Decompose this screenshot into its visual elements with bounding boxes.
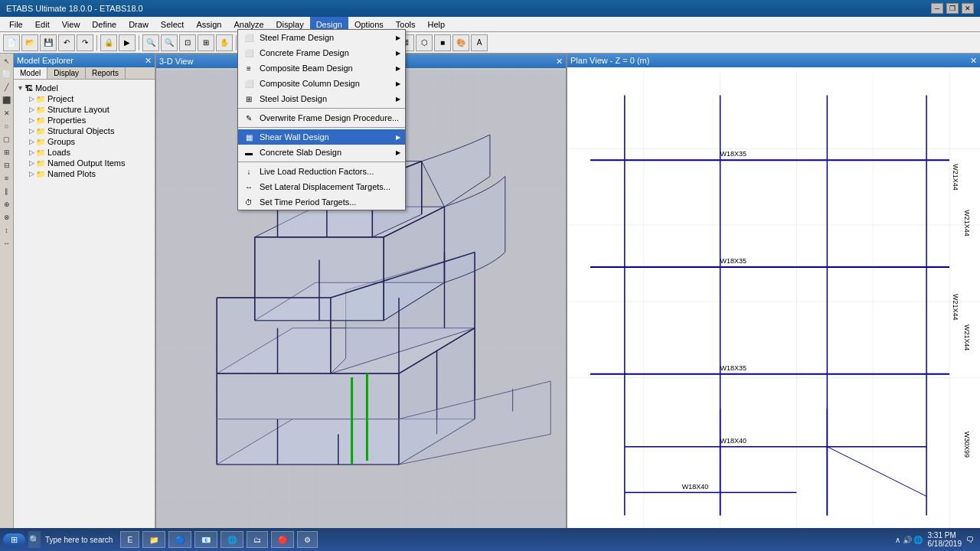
menu-lateral-displacement[interactable]: ↔ Set Lateral Displacement Targets...	[238, 179, 405, 194]
taskbar-app-2[interactable]: 📁	[142, 531, 165, 548]
tab-reports[interactable]: Reports	[86, 67, 126, 79]
taskbar-app-7[interactable]: 🔴	[271, 531, 294, 548]
toolbar-save[interactable]: 💾	[40, 34, 57, 51]
tree-project[interactable]: ▷ 📁 Project	[14, 93, 155, 104]
tool-3[interactable]: ⬛	[1, 94, 13, 106]
tab-display[interactable]: Display	[47, 67, 86, 79]
taskbar-etabs[interactable]: E	[120, 531, 139, 548]
toolbar-open[interactable]: 📂	[21, 34, 38, 51]
toolbar-lock[interactable]: 🔒	[100, 34, 117, 51]
menu-select[interactable]: Select	[155, 17, 191, 32]
tool-8[interactable]: ⊟	[1, 159, 13, 171]
tree-model[interactable]: ▼ 🏗 Model	[14, 83, 155, 93]
search-box[interactable]: Type here to search	[41, 536, 117, 544]
windows-taskbar: ⊞ 🔍 Type here to search E 📁 🔵 📧 🌐 🗂 🔴 ⚙ …	[0, 528, 980, 551]
tool-13[interactable]: ↕	[1, 224, 13, 236]
steel-joist-icon: ⊞	[243, 93, 255, 105]
menu-define[interactable]: Define	[86, 17, 122, 32]
tree-structural-objects[interactable]: ▷ 📁 Structural Objects	[14, 126, 155, 136]
start-button[interactable]: ⊞	[3, 533, 25, 546]
live-load-icon: ↓	[243, 165, 255, 178]
menu-overwrite-frame[interactable]: ✎ Overwrite Frame Design Procedure...	[238, 110, 405, 126]
tool-9[interactable]: ≡	[1, 172, 13, 184]
tool-2[interactable]: ╱	[1, 81, 13, 93]
toolbar-color[interactable]: 🎨	[452, 34, 469, 51]
toolbar-sep-1	[96, 35, 97, 51]
svg-text:W18X35: W18X35	[720, 257, 746, 265]
restore-button[interactable]: ❐	[946, 3, 959, 14]
menu-composite-column-design[interactable]: ⬜ Composite Column Design	[238, 76, 405, 91]
menu-live-load-reduction[interactable]: ↓ Live Load Reduction Factors...	[238, 164, 405, 179]
tool-11[interactable]: ⊕	[1, 198, 13, 210]
toolbar-redo[interactable]: ↷	[77, 34, 93, 51]
svg-text:W30X99: W30X99	[963, 432, 971, 458]
etabs-taskbar-icon: E	[127, 536, 132, 544]
toolbar-new[interactable]: 📄	[3, 34, 20, 51]
minimize-button[interactable]: ─	[931, 3, 943, 14]
view-3d-close[interactable]: ✕	[556, 57, 563, 67]
toolbar-labels[interactable]: A	[471, 34, 488, 51]
main-area: ↖ ⬜ ╱ ⬛ ✕ ○ ▢ ⊞ ⊟ ≡ ∥ ⊕ ⊗ ↕ ↔ Model Expl…	[0, 54, 980, 536]
tool-5[interactable]: ○	[1, 120, 13, 132]
toolbar-zoom-window[interactable]: ⊞	[198, 34, 214, 51]
tree-named-plots[interactable]: ▷ 📁 Named Plots	[14, 168, 155, 179]
toolbar-pan[interactable]: ✋	[216, 34, 233, 51]
tool-12[interactable]: ⊗	[1, 211, 13, 223]
menu-view[interactable]: View	[56, 17, 87, 32]
taskbar-app-3[interactable]: 🔵	[168, 531, 191, 548]
search-icon: 🔍	[28, 531, 41, 548]
menu-edit[interactable]: Edit	[29, 17, 56, 32]
toolbar-zoom-in[interactable]: 🔍	[142, 34, 159, 51]
menu-shear-wall-design[interactable]: ▦ Shear Wall Design	[238, 129, 405, 145]
tree-properties[interactable]: ▷ 📁 Properties	[14, 115, 155, 126]
tree-loads[interactable]: ▷ 📁 Loads	[14, 147, 155, 158]
close-button[interactable]: ✕	[962, 3, 974, 14]
tool-pointer[interactable]: ↖	[1, 55, 13, 67]
taskbar-app-5[interactable]: 🌐	[220, 531, 243, 548]
tree-named-output[interactable]: ▷ 📁 Named Output Items	[14, 158, 155, 168]
menu-steel-joist-design[interactable]: ⊞ Steel Joist Design	[238, 91, 405, 106]
menu-composite-beam-design[interactable]: ≡ Composite Beam Design	[238, 60, 405, 76]
tool-6[interactable]: ▢	[1, 133, 13, 145]
menu-assign[interactable]: Assign	[190, 17, 227, 32]
overwrite-icon: ✎	[243, 112, 255, 124]
tree-toggle-loads: ▷	[29, 148, 34, 156]
tool-1[interactable]: ⬜	[1, 68, 13, 80]
plan-view-canvas[interactable]: W18X35 W18X35 W18X35 W21X44 W21X44	[567, 67, 980, 536]
taskbar-app-4[interactable]: 📧	[194, 531, 217, 548]
tool-14[interactable]: ↔	[1, 237, 13, 249]
structure-icon: 📁	[36, 106, 45, 114]
model-explorer-tabs: Model Display Reports	[14, 67, 155, 80]
tree-groups[interactable]: ▷ 📁 Groups	[14, 136, 155, 147]
model-explorer-close[interactable]: ✕	[145, 56, 152, 66]
toolbar-render[interactable]: ■	[434, 34, 451, 51]
system-tray: ∧ 🔊 🌐 3:31 PM 6/18/2019 🗨	[895, 531, 977, 548]
tab-model[interactable]: Model	[14, 67, 47, 79]
toolbar-zoom-fit[interactable]: ⊡	[179, 34, 196, 51]
app-title: ETABS Ultimate 18.0.0 - ETABS18.0	[6, 4, 143, 13]
menu-steel-frame-design[interactable]: ⬜ Steel Frame Design	[238, 30, 405, 45]
toolbar-zoom-out[interactable]: 🔍	[161, 34, 178, 51]
tree-structure-layout[interactable]: ▷ 📁 Structure Layout	[14, 104, 155, 115]
system-time: 3:31 PM 6/18/2019	[928, 531, 962, 548]
toolbar-wire[interactable]: ⬡	[416, 34, 433, 51]
menu-draw[interactable]: Draw	[122, 17, 155, 32]
notification-icon[interactable]: 🗨	[966, 536, 974, 544]
taskbar-app-6[interactable]: 🗂	[247, 531, 268, 548]
plan-view-close[interactable]: ✕	[970, 56, 977, 66]
tool-4[interactable]: ✕	[1, 107, 13, 119]
svg-text:W21X44: W21X44	[952, 294, 959, 320]
shear-wall-icon: ▦	[243, 131, 255, 143]
menu-concrete-frame-design[interactable]: ⬜ Concrete Frame Design	[238, 45, 405, 60]
toolbar-undo[interactable]: ↶	[58, 34, 75, 51]
menu-file[interactable]: File	[3, 17, 29, 32]
menu-help[interactable]: Help	[422, 17, 452, 32]
toolbar-run[interactable]: ▶	[119, 34, 136, 51]
tool-7[interactable]: ⊞	[1, 146, 13, 158]
menu-time-period[interactable]: ⏱ Set Time Period Targets...	[238, 194, 405, 210]
tool-10[interactable]: ∥	[1, 185, 13, 197]
taskbar-app-8[interactable]: ⚙	[297, 531, 318, 548]
menu-concrete-slab-design[interactable]: ▬ Concrete Slab Design	[238, 145, 405, 160]
svg-text:W18X40: W18X40	[682, 483, 708, 491]
tree-toggle-structure: ▷	[29, 106, 34, 113]
